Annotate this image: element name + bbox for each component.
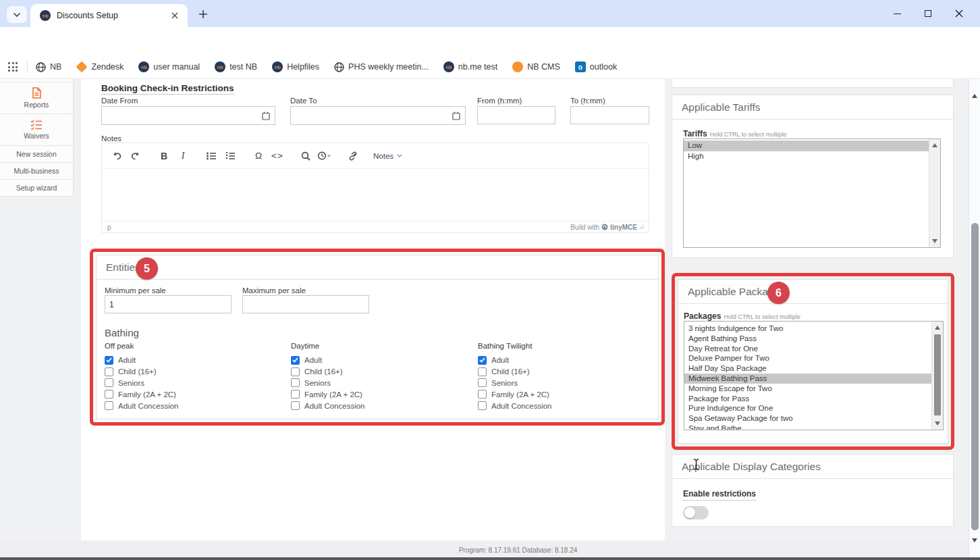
bookmark-phs-weekly-meetin[interactable]: PHS weekly meetin...	[334, 62, 429, 72]
option-half-day-spa-package[interactable]: Half Day Spa Package	[684, 363, 931, 374]
date-from-label: Date From	[101, 97, 138, 105]
apps-grid-icon[interactable]	[8, 62, 18, 72]
option-3-nights-indulgence-for-two[interactable]: 3 nights Indulgence for Two	[684, 324, 931, 334]
zendesk-icon	[76, 61, 87, 72]
notes-label: Notes	[101, 134, 121, 143]
from-time-input[interactable]	[477, 106, 555, 124]
bookmark-label: NB CMS	[527, 62, 560, 72]
option-deluxe-pamper-for-two[interactable]: Deluxe Pamper for Two	[684, 353, 931, 363]
unchecked-checkbox[interactable]	[291, 401, 300, 410]
resize-handle-icon[interactable]	[639, 224, 645, 230]
packages-scroll-thumb[interactable]	[934, 334, 941, 415]
checkbox-row-family-2a-2c: Family (2A + 2C)	[478, 388, 552, 400]
unchecked-checkbox[interactable]	[105, 401, 113, 410]
new-tab-button[interactable]	[196, 7, 211, 22]
tariffs-title: Applicable Tariffs	[682, 101, 761, 113]
checkbox-row-adult: Adult	[478, 355, 552, 366]
enable-restrictions-toggle[interactable]	[683, 506, 709, 519]
date-from-input[interactable]	[101, 106, 275, 125]
insert-time-icon[interactable]	[317, 148, 333, 164]
packages-listbox[interactable]: 3 nights Indulgence for TwoAgent Bathing…	[684, 321, 944, 430]
bookmarks-separator	[27, 61, 28, 73]
option-morning-escape-for-two[interactable]: Morning Escape for Two	[684, 384, 931, 394]
tab-discounts-setup[interactable]: nb Discounts Setup	[30, 4, 188, 27]
option-agent-bathing-pass[interactable]: Agent Bathing Pass	[684, 334, 931, 344]
checkbox-label: Adult Concession	[491, 402, 552, 410]
bookmark-helpfiles[interactable]: nbHelpfiles	[272, 61, 319, 72]
entities-card: Entities 5 Minimum per sale Maximum per …	[96, 255, 659, 419]
previous-card-stub	[672, 79, 954, 88]
browser-scrollbar[interactable]	[969, 79, 980, 560]
tab-search-button[interactable]	[7, 6, 27, 23]
option-high[interactable]: High	[684, 151, 929, 162]
tariffs-listbox[interactable]: LowHigh	[683, 138, 941, 248]
minimize-button[interactable]	[881, 0, 913, 27]
notes-editor[interactable]: B I Ω <> Notes	[101, 143, 649, 233]
bullet-list-icon[interactable]	[203, 148, 219, 164]
date-to-input[interactable]	[290, 106, 466, 125]
scroll-down-icon[interactable]	[932, 418, 943, 429]
scroll-down-icon[interactable]	[972, 542, 977, 555]
option-day-retreat-for-one[interactable]: Day Retreat for One	[684, 344, 931, 354]
checked-checkbox[interactable]	[478, 356, 487, 365]
unchecked-checkbox[interactable]	[291, 378, 300, 387]
sidebar-item-waivers[interactable]: Waivers	[0, 114, 74, 146]
scroll-up-icon[interactable]	[932, 322, 943, 333]
option-low[interactable]: Low	[684, 141, 929, 151]
italic-button[interactable]: I	[175, 148, 191, 164]
checkbox-label: Seniors	[304, 379, 331, 387]
option-spa-getaway-package-for-two[interactable]: Spa Getaway Package for two	[684, 413, 931, 424]
min-per-sale-input[interactable]	[105, 295, 232, 313]
close-button[interactable]	[944, 0, 975, 27]
unchecked-checkbox[interactable]	[105, 367, 113, 376]
unchecked-checkbox[interactable]	[105, 390, 113, 399]
bookmark-nb[interactable]: NB	[36, 62, 61, 72]
option-pure-indulgence-for-one[interactable]: Pure Indulgence for One	[684, 403, 931, 413]
unchecked-checkbox[interactable]	[105, 378, 113, 387]
sidebar-item-new-session[interactable]: New session	[0, 146, 74, 163]
numbered-list-icon[interactable]	[222, 148, 238, 164]
editor-body[interactable]	[102, 169, 649, 221]
scroll-up-icon[interactable]	[972, 82, 977, 95]
unchecked-checkbox[interactable]	[291, 367, 300, 376]
tab-close-icon[interactable]	[169, 9, 181, 22]
checkbox-row-seniors: Seniors	[478, 378, 552, 389]
unchecked-checkbox[interactable]	[478, 401, 487, 410]
tariffs-scrollbar[interactable]	[929, 139, 940, 247]
bookmark-outlook[interactable]: ooutlook	[575, 61, 617, 72]
checked-checkbox[interactable]	[105, 356, 113, 365]
scrollbar-thumb[interactable]	[971, 223, 979, 530]
bookmark-user-manual[interactable]: nbuser manual	[138, 61, 200, 72]
bookmark-nb-cms[interactable]: NB CMS	[512, 61, 560, 72]
bookmark-zendesk[interactable]: Zendesk	[76, 61, 124, 72]
bookmark-test-nb[interactable]: nbtest NB	[215, 61, 257, 72]
checked-checkbox[interactable]	[291, 356, 300, 365]
search-icon[interactable]	[298, 148, 314, 164]
code-button[interactable]: <>	[269, 148, 285, 164]
to-time-input[interactable]	[570, 106, 649, 124]
notes-menu-button[interactable]: Notes	[373, 148, 402, 164]
scroll-down-icon[interactable]	[929, 236, 940, 247]
unchecked-checkbox[interactable]	[291, 390, 300, 399]
link-icon[interactable]	[345, 148, 361, 164]
redo-icon[interactable]	[128, 148, 144, 164]
checkbox-row-child-16: Child (16+)	[478, 366, 552, 378]
option-midweek-bathing-pass[interactable]: Midweek Bathing Pass	[684, 374, 931, 384]
max-per-sale-input[interactable]	[242, 295, 369, 313]
option-package-for-pass[interactable]: Package for Pass	[684, 394, 931, 404]
special-char-button[interactable]: Ω	[250, 148, 267, 164]
packages-hint: Hold CTRL to select multiple	[724, 313, 800, 320]
unchecked-checkbox[interactable]	[478, 378, 487, 387]
packages-scrollbar[interactable]	[931, 322, 943, 430]
bold-button[interactable]: B	[156, 148, 172, 164]
option-stay-and-bathe[interactable]: Stay and Bathe	[684, 424, 931, 430]
maximize-button[interactable]	[913, 0, 944, 27]
sidebar-item-setup-wizard[interactable]: Setup wizard	[0, 180, 74, 197]
unchecked-checkbox[interactable]	[478, 390, 487, 399]
bookmark-nb-me-test[interactable]: nbnb.me test	[443, 61, 497, 72]
undo-icon[interactable]	[109, 148, 125, 164]
sidebar-item-reports[interactable]: Reports	[0, 82, 74, 114]
scroll-up-icon[interactable]	[929, 140, 940, 151]
unchecked-checkbox[interactable]	[478, 367, 487, 376]
sidebar-item-multi-business[interactable]: Multi-business	[0, 163, 74, 180]
